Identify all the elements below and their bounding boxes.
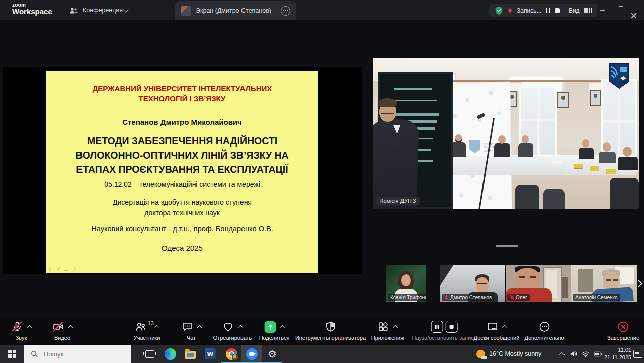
taskbar-settings[interactable]: ⚙ — [262, 345, 282, 363]
audio-button[interactable]: Звук — [11, 321, 31, 341]
action-center-button[interactable] — [632, 345, 644, 363]
task-view-button[interactable] — [140, 345, 160, 363]
attendee-head — [582, 139, 589, 148]
weather-text[interactable]: 16°C Mostly sunny — [489, 345, 541, 363]
share-button[interactable]: Поделиться — [259, 321, 290, 341]
filmstrip-next-button[interactable] — [633, 276, 643, 291]
zoom-workspace-logo: zoom Workspace — [12, 2, 52, 16]
host-tools-button[interactable]: Инструменты организатора — [295, 321, 366, 341]
video-button[interactable]: Видео — [52, 321, 72, 341]
chat-icon — [181, 321, 193, 333]
banner-shield-logo — [469, 140, 480, 153]
boards-button[interactable]: Доски сообщений — [474, 321, 520, 341]
room-name-label: Комісія ДУІТЗ — [376, 197, 420, 205]
pause-record-button[interactable] — [431, 321, 443, 333]
chevron-up-icon — [558, 352, 565, 358]
tab-conference[interactable]: Конференция — [69, 0, 123, 20]
workspace-chevron-down-icon[interactable] — [123, 7, 128, 12]
participant-tile-anatolii[interactable]: Анатолій Семенко — [571, 265, 637, 302]
chevron-right-icon — [634, 279, 642, 287]
taskbar-chrome[interactable] — [221, 345, 242, 363]
audio-chevron-icon[interactable] — [27, 325, 32, 330]
tray-expand-button[interactable] — [555, 345, 568, 363]
react-button[interactable]: Отреагировать — [213, 321, 252, 341]
slide-degree-line1: Дисертація на здобуття наукового ступеня — [46, 197, 318, 208]
taskbar-explorer[interactable] — [180, 345, 200, 363]
apps-chevron-icon[interactable] — [393, 325, 398, 330]
taskbar-zoom[interactable] — [242, 345, 262, 363]
tray-volume[interactable] — [568, 345, 580, 363]
recording-dot-icon — [508, 8, 512, 13]
window-maximize-button[interactable] — [616, 8, 621, 13]
attendee-head — [623, 147, 632, 157]
attendee — [618, 157, 638, 170]
mic-muted-icon — [444, 295, 449, 300]
participant-tile-ksenia[interactable]: Ксенія Трифоно... — [386, 265, 426, 302]
boards-chevron-icon[interactable] — [503, 325, 508, 330]
taskbar-weather[interactable] — [472, 345, 489, 363]
tray-battery[interactable] — [592, 345, 605, 363]
search-input[interactable] — [43, 350, 120, 358]
participant-tile-dmytro[interactable]: Дмитро Степанов — [440, 265, 506, 302]
pause-recording-button[interactable] — [546, 8, 550, 13]
chair — [543, 189, 565, 209]
wall-portrait — [590, 90, 601, 106]
start-button[interactable] — [0, 345, 24, 363]
next-slide-icon[interactable] — [71, 266, 76, 271]
meeting-status-pill: Запись... Вид — [489, 4, 597, 17]
presenter-controls — [49, 267, 75, 271]
wall-portrait — [557, 92, 569, 108]
apps-icon — [377, 321, 389, 333]
apps-button[interactable]: Приложения — [371, 321, 404, 341]
slide-title: МЕТОДИ ЗАБЕЗПЕЧЕННЯ НАДІЙНОСТІ ВОЛОКОННО… — [70, 134, 294, 176]
slide-degree-line2: доктора технічних наук — [46, 208, 318, 219]
weather-desc: Mostly sunny — [505, 350, 541, 357]
chat-button[interactable]: Чат — [181, 321, 201, 341]
presenter-body — [373, 118, 419, 209]
taskbar-clock[interactable]: 11:01 21.11.2025 — [605, 345, 631, 363]
search-icon — [31, 350, 38, 358]
react-chevron-icon[interactable] — [238, 325, 244, 330]
panel-resize-handle[interactable] — [496, 245, 518, 247]
taskbar-edge[interactable] — [160, 345, 180, 363]
edge-icon — [165, 348, 176, 360]
tab-screen-share[interactable]: Экран (Дмитро Степанов) — [175, 1, 296, 20]
yellow-folder — [606, 169, 616, 174]
slide-menu-icon[interactable] — [64, 267, 68, 271]
windows-logo-icon — [8, 350, 16, 358]
attendee — [518, 143, 533, 157]
participants-chevron-icon[interactable] — [155, 325, 160, 330]
taskbar-search[interactable] — [24, 345, 131, 363]
coat-rack — [562, 277, 568, 298]
tray-network[interactable] — [580, 345, 592, 363]
end-meeting-button[interactable]: Завершение — [607, 321, 639, 341]
room-video-tile[interactable]: ДЕРЖАВНИЙ УНІВЕРСИТЕТ ІНТЕЛЕКТУАЛЬНИХ ТЕ… — [373, 58, 639, 209]
participant-name-label: Ксенія Трифоно... — [388, 294, 426, 301]
share-chevron-icon[interactable] — [280, 325, 285, 330]
wifi-icon — [582, 351, 590, 357]
video-chevron-icon[interactable] — [68, 325, 73, 330]
share-screen-icon — [265, 321, 276, 333]
window-close-button[interactable] — [631, 13, 637, 19]
attendee-head — [455, 134, 462, 143]
participant-tile-oleg[interactable]: Олег — [505, 265, 571, 302]
taskbar-word[interactable]: W — [200, 345, 220, 363]
participants-button[interactable]: 13 Участники — [134, 321, 160, 341]
more-button[interactable]: Дополнительно — [524, 321, 564, 341]
pen-icon[interactable] — [57, 267, 61, 271]
tab-more-icon[interactable] — [281, 6, 290, 16]
record-controls: Пауза/остановить запись — [412, 321, 477, 341]
stop-record-button[interactable] — [446, 321, 458, 333]
presenter-hair — [379, 98, 397, 107]
participants-count-badge: 13 — [148, 320, 154, 326]
end-meeting-icon — [617, 321, 629, 333]
stop-recording-button[interactable] — [555, 8, 560, 13]
chat-chevron-icon[interactable] — [197, 325, 202, 330]
mic-muted-icon — [11, 321, 23, 333]
view-layout-icon[interactable] — [584, 8, 592, 13]
window-minimize-button[interactable] — [600, 10, 605, 11]
prev-slide-icon[interactable] — [49, 266, 54, 271]
camera-muted-icon — [52, 321, 64, 333]
view-label[interactable]: Вид — [569, 7, 580, 14]
slide-author: Степанов Дмитро Миколайович — [46, 118, 318, 126]
